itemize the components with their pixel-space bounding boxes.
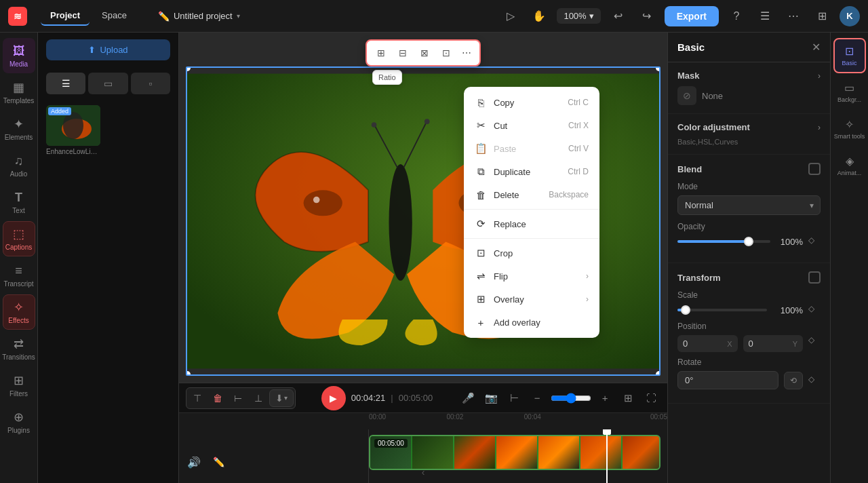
mask-expand-icon[interactable]: ›	[818, 71, 821, 81]
tl-snap-btn[interactable]: ⊢	[505, 389, 524, 408]
sidebar-item-plugins[interactable]: ⊕ Plugins	[3, 404, 35, 440]
ctx-copy[interactable]: ⎘ Copy Ctrl C	[464, 91, 599, 114]
ctx-overlay[interactable]: ⊞ Overlay ›	[464, 288, 599, 311]
zoom-arrow-icon: ▾	[589, 11, 594, 21]
sidebar-item-effects[interactable]: ✧ Effects	[3, 294, 35, 330]
scale-reset-btn[interactable]: ◇	[808, 304, 821, 316]
corner-handle-bl[interactable]	[186, 371, 191, 376]
hand-tool-icon[interactable]: ✋	[528, 5, 550, 27]
canvas-tb-size-btn[interactable]: ⊠	[414, 43, 435, 62]
clip-label: 00:05:00	[374, 439, 408, 448]
rotate-ccw-btn[interactable]: ⟲	[784, 372, 803, 389]
project-name-area[interactable]: ✏️ Untitled project ▾	[158, 11, 240, 22]
select-tool-icon[interactable]: ▷	[500, 5, 521, 27]
pos-x-field[interactable]: 0 X	[677, 335, 738, 352]
opacity-slider[interactable]	[677, 240, 770, 243]
help-icon[interactable]: ?	[726, 5, 747, 27]
mask-row: ⊘ None	[677, 86, 821, 105]
ctx-delete[interactable]: 🗑 Delete Backspace	[464, 183, 599, 206]
scale-slider[interactable]	[677, 309, 767, 311]
tl-edit-btn[interactable]: ✏️	[209, 452, 228, 471]
tab-project[interactable]: Project	[41, 6, 90, 26]
pos-x-value: 0	[683, 339, 724, 349]
ctx-duplicate[interactable]: ⧉ Duplicate Ctrl D	[464, 160, 599, 183]
right-panel-basic-btn[interactable]: ⊡ Basic	[833, 38, 866, 73]
download-arrow: ▾	[284, 394, 288, 402]
color-adj-title: Color adjustment	[677, 122, 750, 132]
scale-value: 100%	[772, 305, 803, 315]
tab-space[interactable]: Space	[92, 6, 136, 26]
sidebar-item-templates[interactable]: ▦ Templates	[3, 75, 35, 110]
ctx-cut[interactable]: ✂ Cut Ctrl X	[464, 114, 599, 137]
right-panel-animate-btn[interactable]: ◈ Animat...	[833, 148, 866, 183]
canvas-tb-more-btn[interactable]: ⋯	[458, 47, 475, 58]
more-options-icon[interactable]: ⋯	[783, 5, 804, 27]
right-panel-background-btn[interactable]: ▭ Backgr...	[833, 75, 866, 110]
opacity-reset-btn[interactable]: ◇	[808, 235, 821, 248]
ctx-add-overlay[interactable]: + Add overlay	[464, 311, 599, 334]
redo-button[interactable]: ↪	[636, 5, 658, 27]
captions-icon: ⬚	[13, 227, 24, 242]
sidebar-item-media[interactable]: 🖼 Media	[3, 38, 35, 73]
tl-volume-btn[interactable]: 🔊	[184, 452, 203, 471]
undo-button[interactable]: ↩	[608, 5, 629, 27]
sidebar-item-captions[interactable]: ⬚ Captions	[3, 221, 35, 256]
layout-icon[interactable]: ⊞	[811, 5, 833, 27]
blend-opacity-row: Opacity 100% ◇	[677, 222, 821, 248]
tl-fit-btn[interactable]: ⊞	[618, 389, 637, 408]
transform-toggle[interactable]	[808, 271, 821, 284]
canvas-tb-position-btn[interactable]: ⊟	[393, 43, 413, 62]
ctx-crop[interactable]: ⊡ Crop	[464, 242, 599, 265]
tl-delete-btn[interactable]: 🗑	[208, 389, 227, 407]
media-item[interactable]: Added	[46, 105, 100, 146]
sidebar-item-filters[interactable]: ⊞ Filters	[3, 368, 35, 403]
tl-download-btn[interactable]: ⬇ ▾	[269, 389, 294, 407]
filter-video-btn[interactable]: ▭	[88, 73, 127, 94]
tl-zoom-slider[interactable]	[551, 393, 591, 404]
color-adj-section[interactable]: Color adjustment › Basic,HSL,Curves	[668, 114, 830, 155]
rotate-reset-btn[interactable]: ◇	[808, 374, 821, 387]
tl-split-btn[interactable]: ⊤	[188, 389, 207, 407]
tl-camera-btn[interactable]: 📷	[481, 389, 500, 408]
play-button[interactable]: ▶	[321, 386, 346, 410]
position-reset-btn[interactable]: ◇	[808, 335, 821, 347]
tl-fullscreen-btn[interactable]: ⛶	[642, 389, 660, 408]
ctx-overlay-arrow: ›	[586, 294, 589, 304]
corner-handle-tr[interactable]	[656, 66, 660, 71]
sidebar-item-audio[interactable]: ♫ Audio	[3, 148, 35, 183]
blend-mode-select[interactable]: Normal	[677, 195, 821, 215]
upload-button[interactable]: ⬆ Upload	[46, 39, 170, 60]
filter-image-btn[interactable]: ▫	[131, 73, 170, 94]
playhead[interactable]	[606, 429, 608, 483]
tl-zoom-out-btn[interactable]: −	[528, 389, 547, 408]
canvas-toolbar: ⊞ ⊟ ⊠ ⊡ ⋯	[366, 39, 481, 66]
sidebar-label-captions: Captions	[5, 244, 32, 251]
sidebar-item-elements[interactable]: ✦ Elements	[3, 111, 35, 147]
right-panel-close-btn[interactable]: ✕	[812, 41, 821, 54]
sidebar-item-transcript[interactable]: ≡ Transcript	[3, 258, 35, 293]
canvas-tb-transform-btn[interactable]: ⊡	[436, 43, 456, 62]
sidebar-item-text[interactable]: T Text	[3, 185, 35, 220]
pos-y-field[interactable]: 0 Y	[743, 335, 804, 352]
tl-zoom-in-btn[interactable]: +	[595, 389, 614, 408]
color-adj-expand-icon[interactable]: ›	[818, 123, 821, 132]
timeline-track[interactable]: 00:05:00	[369, 429, 667, 483]
export-button[interactable]: Export	[665, 6, 719, 26]
filter-all-btn[interactable]: ☰	[46, 73, 85, 94]
zoom-control[interactable]: 100% ▾	[557, 8, 600, 24]
sidebar-item-transitions[interactable]: ⇄ Transitions	[3, 331, 35, 366]
corner-handle-br[interactable]	[656, 371, 660, 376]
ratio-button[interactable]: Ratio	[372, 70, 402, 85]
canvas-tb-align-btn[interactable]: ⊞	[371, 43, 391, 62]
right-panel-smart-tools-btn[interactable]: ✧ Smart tools	[833, 111, 866, 147]
tl-mic-btn[interactable]: 🎤	[458, 389, 477, 408]
tl-trim-btn[interactable]: ⊢	[229, 389, 248, 407]
svg-point-5	[389, 164, 412, 281]
blend-toggle[interactable]	[808, 163, 821, 175]
timeline-clip[interactable]: 00:05:00	[369, 435, 660, 470]
tl-detach-btn[interactable]: ⊥	[249, 389, 268, 407]
ctx-flip[interactable]: ⇌ Flip ›	[464, 265, 599, 288]
layers-icon[interactable]: ☰	[754, 5, 776, 27]
ctx-replace[interactable]: ⟳ Replace	[464, 212, 599, 235]
rotate-input[interactable]: 0°	[677, 371, 778, 389]
